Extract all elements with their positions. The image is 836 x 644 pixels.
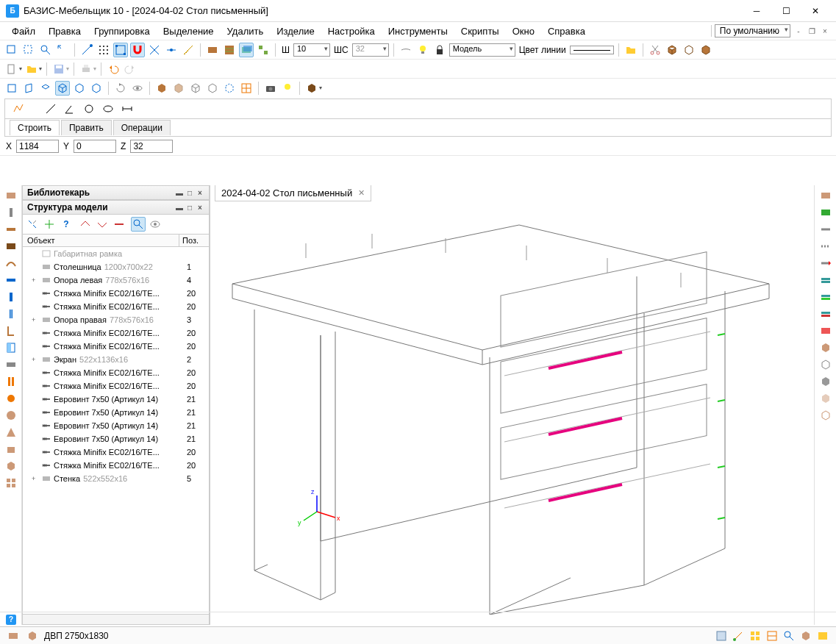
r-layer1-icon[interactable] [818,273,833,287]
magnet-icon[interactable] [130,43,145,57]
rail-panel-icon[interactable] [4,188,18,203]
rail-box-icon[interactable] [4,459,18,473]
r-box-icon[interactable] [818,340,833,355]
dimension-icon[interactable] [120,101,135,116]
sb-icon1[interactable] [714,629,729,643]
save-icon[interactable] [51,62,66,76]
x-input[interactable] [16,140,59,153]
rail-joint-icon[interactable] [4,273,18,287]
del-node-icon[interactable] [112,217,126,232]
sb-icon6[interactable] [799,629,813,643]
pan-icon[interactable] [55,43,70,57]
measure-icon[interactable] [181,43,196,57]
tree-row[interactable]: Евровинт 7x50 (Артикул 14)21 [23,432,209,446]
snap-end-icon[interactable] [79,43,94,57]
menu-edit[interactable]: Правка [43,24,87,38]
ws-combo[interactable]: 32 [352,43,389,57]
mdi-close-icon[interactable]: × [820,26,830,36]
redo-icon[interactable] [123,62,137,76]
tree-row[interactable]: Евровинт 7x50 (Артикул 14)21 [23,406,209,419]
structure-panel-header[interactable]: Структура модели ▬□× [22,200,210,215]
undo-icon[interactable] [106,62,121,76]
tab-edit[interactable]: Править [61,120,112,135]
print-dropdown-icon[interactable]: ▾ [93,65,96,72]
lock-icon[interactable] [432,43,447,57]
rail-cone-icon[interactable] [4,425,18,440]
material-dropdown-icon[interactable]: ▾ [319,85,322,91]
group-icon[interactable] [256,43,271,57]
material-icon[interactable] [205,43,220,57]
rail-assembly-icon[interactable] [4,476,18,490]
doc-tab-close-icon[interactable]: ✕ [358,188,365,198]
rail-profile-icon[interactable] [4,323,18,338]
rail-hardware-icon[interactable] [4,357,18,372]
box2-icon[interactable] [682,43,696,57]
mdi-restore-icon[interactable]: ❐ [807,26,817,36]
menu-delete[interactable]: Удалить [221,24,270,38]
tools-icon[interactable] [25,217,40,232]
view-iso1-icon[interactable] [55,81,70,96]
tab-ops[interactable]: Операции [113,120,171,135]
tree-row[interactable]: Стяжка Minifix EC02/16/TE...20 [23,287,209,300]
tree-row[interactable]: +Опора правая778x576x163 [23,313,209,326]
eye-icon[interactable] [148,217,162,232]
menu-product[interactable]: Изделие [271,24,320,38]
view-iso2-icon[interactable] [72,81,87,96]
rail-cam-icon[interactable] [4,391,18,406]
snap-intersect-icon[interactable] [147,43,162,57]
r-layer1b-icon[interactable] [818,290,833,304]
save-dropdown-icon[interactable]: ▾ [66,65,69,72]
tree-row[interactable]: Стяжка Minifix EC02/16/TE...20 [23,300,209,313]
cut-icon[interactable] [648,43,662,57]
rail-door-icon[interactable] [4,340,18,355]
wire1-icon[interactable] [188,81,203,96]
split-view-icon[interactable] [239,81,254,96]
rail-sphere-icon[interactable] [4,408,18,423]
tree-row[interactable]: Стяжка Minifix EC02/16/TE...20 [23,459,209,472]
rail-curve-icon[interactable] [4,256,18,271]
open-dropdown-icon[interactable]: ▾ [39,65,42,72]
tree-body[interactable]: Габаритная рамкаСтолешница1200x700x221+О… [22,247,210,615]
tree-row[interactable]: Стяжка Minifix EC02/16/TE...20 [23,446,209,459]
tree-row[interactable]: +Стенка522x552x165 [23,472,209,485]
r-box5-icon[interactable] [818,408,833,423]
y-input[interactable] [74,140,116,153]
line-icon[interactable] [43,101,58,116]
ellipse-icon[interactable] [101,101,115,116]
panel-max-icon[interactable]: □ [185,189,194,197]
shade1-icon[interactable] [154,81,169,96]
tree-row[interactable]: +Экран522x1136x162 [23,353,209,366]
hint-icon[interactable]: ? [6,615,16,625]
tree-row[interactable]: Стяжка Minifix EC02/16/TE...20 [23,326,209,340]
mdi-minimize-icon[interactable]: - [793,26,804,36]
tree-row[interactable]: +Опора левая778x576x164 [23,273,209,287]
tab-build[interactable]: Строить [10,120,60,135]
tree-twisty-icon[interactable]: + [32,276,39,284]
new-doc-icon[interactable] [4,62,19,76]
angle-icon[interactable] [62,101,77,116]
viewport[interactable]: 2024-04-02 Стол письменный ✕ [210,185,814,625]
rail-extrude-icon[interactable] [4,442,18,457]
zoom-window-icon[interactable] [21,43,36,57]
view-front-icon[interactable] [4,81,19,96]
menu-group[interactable]: Группировка [88,24,156,38]
r-screw1-icon[interactable] [818,222,833,237]
lightbulb-icon[interactable] [415,43,430,57]
r-layer2-icon[interactable] [818,307,833,321]
tree-row[interactable]: Стяжка Minifix EC02/16/TE...20 [23,340,209,353]
menu-select[interactable]: Выделение [157,24,220,38]
tree-twisty-icon[interactable]: + [32,475,39,482]
view-top-icon[interactable] [38,81,53,96]
shade2-icon[interactable] [171,81,186,96]
up-icon[interactable] [78,217,93,232]
rail-drill-icon[interactable] [4,205,18,220]
tree-row[interactable]: Столешница1200x700x221 [23,260,209,273]
rail-panel2-icon[interactable] [4,239,18,254]
r-box2-icon[interactable] [818,357,833,372]
folder-icon[interactable] [624,43,638,57]
r-box4-icon[interactable] [818,391,833,406]
panel-close-icon[interactable]: × [196,189,204,197]
status-box-icon[interactable] [25,629,40,643]
col-object-header[interactable]: Объект [23,235,179,246]
material-box-icon[interactable] [304,81,319,96]
